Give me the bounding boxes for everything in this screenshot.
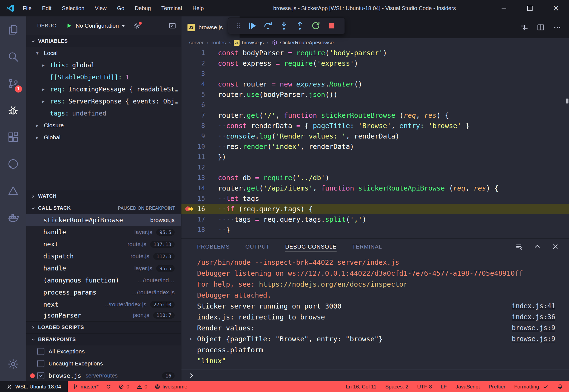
- menu-debug[interactable]: Debug: [130, 5, 156, 11]
- status-notifications[interactable]: [557, 384, 563, 390]
- checkbox[interactable]: [37, 348, 44, 355]
- activity-github[interactable]: [0, 151, 26, 177]
- stack-frame-handle[interactable]: handlelayer.js95:5: [26, 262, 181, 274]
- breakpoint-uncaught-exceptions[interactable]: Uncaught Exceptions: [26, 358, 181, 370]
- panel-tab-debug-console[interactable]: DEBUG CONSOLE: [285, 239, 336, 255]
- code-line-3[interactable]: 3: [181, 68, 569, 79]
- activity-docker[interactable]: [0, 204, 26, 231]
- variable-this[interactable]: ▸this:global: [26, 59, 181, 71]
- code-line-15[interactable]: 15··let tags: [181, 193, 569, 204]
- code-line-1[interactable]: 1const bodyParser = require('body-parser…: [181, 48, 569, 58]
- step-out-button[interactable]: [293, 19, 307, 32]
- scrollbar-thumb[interactable]: [566, 99, 568, 103]
- status-formatter[interactable]: Prettier: [489, 384, 505, 390]
- scope-global[interactable]: ▸Global: [26, 131, 181, 143]
- line-number[interactable]: 9: [181, 132, 218, 140]
- code-line-12[interactable]: 12: [181, 162, 569, 172]
- open-debug-console-button[interactable]: [169, 22, 176, 30]
- code-line-17[interactable]: 17····tags = req.query.tags.split(','): [181, 214, 569, 224]
- stack-frame-anonymous-function[interactable]: (anonymous function)…/router/ind…: [26, 274, 181, 286]
- status-errors[interactable]: 0: [118, 384, 129, 390]
- line-number[interactable]: 7: [181, 112, 218, 119]
- code-line-2[interactable]: 2const express = require('express'): [181, 58, 569, 68]
- continue-button[interactable]: [245, 19, 259, 32]
- status-cursor-position[interactable]: Ln 16, Col 11: [346, 384, 377, 390]
- code-line-8[interactable]: 8··const renderData = { pageTitle: 'Brow…: [181, 120, 569, 131]
- breadcrumb-browse-js[interactable]: JSbrowse.js: [234, 40, 264, 46]
- checkbox[interactable]: [37, 360, 44, 367]
- line-number[interactable]: 2: [181, 60, 218, 67]
- panel-tab-problems[interactable]: PROBLEMS: [197, 239, 230, 255]
- source-location-link[interactable]: index.js:41: [512, 302, 555, 310]
- line-number[interactable]: 6: [181, 101, 218, 108]
- status-encoding[interactable]: UTF-8: [417, 384, 432, 390]
- line-number[interactable]: 11: [181, 153, 218, 160]
- line-number[interactable]: 15: [181, 195, 218, 202]
- activity-debug[interactable]: [0, 97, 26, 124]
- code-line-5[interactable]: 5router.use(bodyParser.json()): [181, 89, 569, 100]
- activity-settings[interactable]: [0, 351, 26, 377]
- variable-tags[interactable]: tags:undefined: [26, 107, 181, 119]
- menu-help[interactable]: Help: [187, 5, 209, 11]
- maximize-button[interactable]: [517, 0, 543, 16]
- code-line-6[interactable]: 6: [181, 100, 569, 110]
- code-line-16[interactable]: 16··if (req.query.tags) {: [181, 204, 569, 214]
- line-number[interactable]: 5: [181, 91, 218, 98]
- line-number[interactable]: 4: [181, 80, 218, 88]
- line-number[interactable]: 18: [181, 226, 218, 233]
- breadcrumb-stickerrouteapibrowse[interactable]: stickerRouteApiBrowse: [272, 40, 334, 46]
- status-language-mode[interactable]: JavaScript: [456, 384, 480, 390]
- debug-console-input[interactable]: [181, 370, 569, 381]
- menu-view[interactable]: View: [90, 5, 112, 11]
- scope-local[interactable]: ▾Local: [26, 47, 181, 59]
- menu-file[interactable]: File: [18, 5, 37, 11]
- code-line-7[interactable]: 7router.get('/', function stickerRouteBr…: [181, 110, 569, 120]
- menu-go[interactable]: Go: [112, 5, 130, 11]
- call-stack-section-header[interactable]: CALL STACK PAUSED ON BREAKPOINT: [26, 202, 181, 214]
- status-warnings[interactable]: 0: [136, 384, 147, 390]
- variable-stableobjectid[interactable]: [[StableObjectId]]:1: [26, 71, 181, 83]
- config-dropdown[interactable]: No Configuration: [76, 22, 125, 29]
- code-line-10[interactable]: 10··res.render('index', renderData): [181, 141, 569, 152]
- stack-frame-dispatch[interactable]: dispatchroute.js112:3: [26, 250, 181, 262]
- stack-frame-jsonparser[interactable]: jsonParserjson.js110:7: [26, 310, 181, 321]
- breakpoints-section-header[interactable]: BREAKPOINTS: [26, 333, 181, 345]
- clear-console-button[interactable]: [515, 243, 523, 250]
- panel-tab-output[interactable]: OUTPUT: [245, 239, 269, 255]
- activity-search[interactable]: [0, 43, 26, 70]
- stack-frame-stickerrouteapibrowse[interactable]: stickerRouteApiBrowsebrowse.js: [26, 214, 181, 226]
- line-number[interactable]: 13: [181, 174, 218, 181]
- line-number[interactable]: 14: [181, 185, 218, 192]
- status-eol[interactable]: LF: [441, 384, 447, 390]
- chevron-up-button[interactable]: [533, 243, 541, 250]
- breadcrumb-server[interactable]: server: [189, 40, 204, 46]
- start-debug-button[interactable]: [66, 22, 72, 29]
- expand-object-icon[interactable]: [189, 335, 193, 343]
- activity-source-control[interactable]: 1: [0, 70, 26, 97]
- configure-gear-button[interactable]: [133, 22, 140, 29]
- remote-indicator[interactable]: WSL: Ubuntu-18.04: [0, 381, 68, 392]
- line-number[interactable]: 1: [181, 49, 218, 56]
- status-git-branch[interactable]: master*: [73, 384, 98, 390]
- close-button[interactable]: ×: [543, 0, 569, 16]
- stack-frame-process-params[interactable]: process_params…/router/index.js: [26, 286, 181, 298]
- stop-button[interactable]: [325, 19, 339, 32]
- activity-extensions[interactable]: [0, 124, 26, 151]
- code-line-4[interactable]: 4const router = new express.Router(): [181, 79, 569, 89]
- variable-res[interactable]: ▸res:ServerResponse {_events: Obj…: [26, 95, 181, 107]
- line-number[interactable]: 17: [181, 216, 218, 223]
- code-line-14[interactable]: 14router.get('/api/items', function stic…: [181, 183, 569, 193]
- split-editor-button[interactable]: [537, 23, 545, 31]
- variables-section-header[interactable]: VARIABLES: [26, 35, 181, 47]
- status-account[interactable]: fiveisprime: [155, 384, 187, 390]
- stack-frame-next[interactable]: nextroute.js137:13: [26, 238, 181, 250]
- source-location-link[interactable]: browse.js:9: [512, 335, 555, 343]
- code-line-11[interactable]: 11}): [181, 152, 569, 162]
- stack-frame-next[interactable]: next…/router/index.js275:10: [26, 298, 181, 310]
- checkbox[interactable]: [37, 372, 44, 379]
- step-over-button[interactable]: [261, 19, 275, 32]
- more-actions-button[interactable]: [553, 23, 561, 31]
- activity-explorer[interactable]: [0, 16, 26, 43]
- scope-closure[interactable]: ▸Closure: [26, 119, 181, 131]
- minimize-button[interactable]: [491, 0, 517, 16]
